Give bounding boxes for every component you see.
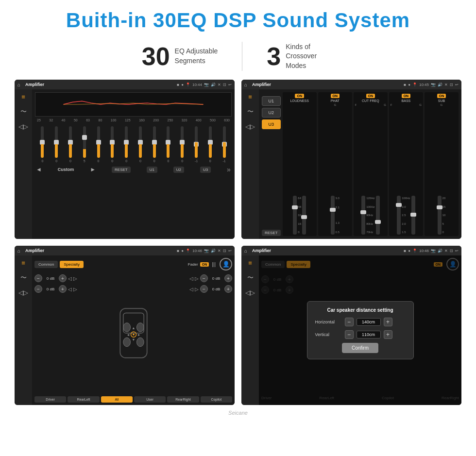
home-icon-4[interactable]: ⌂ <box>244 248 247 253</box>
sub-on-btn[interactable]: ON <box>437 94 446 98</box>
eq-track-12[interactable] <box>209 126 212 158</box>
u3-crossover[interactable]: U3 <box>262 119 281 129</box>
user-btn[interactable]: User <box>134 396 166 403</box>
eq-track-2[interactable] <box>69 126 72 158</box>
rearright-btn[interactable]: RearRight <box>167 396 199 403</box>
eq-track-1[interactable] <box>55 126 58 158</box>
eq-track-0[interactable] <box>41 126 44 158</box>
user-icon-3[interactable]: 👤 <box>220 258 232 270</box>
back-icon-1[interactable]: ↩ <box>228 83 232 87</box>
eq-track-7[interactable] <box>139 126 142 158</box>
vertical-plus[interactable]: + <box>384 330 392 339</box>
wave-icon-2[interactable]: 〜 <box>247 107 254 116</box>
confirm-button[interactable]: Confirm <box>342 343 378 353</box>
cutfreq-on-btn[interactable]: ON <box>366 94 375 98</box>
vertical-minus[interactable]: − <box>345 330 354 339</box>
eq-icon-4[interactable]: ≡ <box>248 259 252 267</box>
next-btn[interactable]: ► <box>90 166 96 173</box>
phat-on-btn[interactable]: ON <box>331 94 340 98</box>
bass-thumb-2[interactable] <box>410 213 416 217</box>
rr-plus[interactable]: + <box>224 285 232 293</box>
loudness-slider-2[interactable] <box>302 196 306 235</box>
bass-thumb-1[interactable] <box>396 203 402 207</box>
eq-track-8[interactable] <box>153 126 156 158</box>
volume-icon-2: 🔊 <box>438 83 442 87</box>
home-icon-1[interactable]: ⌂ <box>17 82 20 87</box>
eq-lbl-13: 500 <box>210 118 216 122</box>
home-icon-3[interactable]: ⌂ <box>17 248 20 253</box>
speaker-icon-1[interactable]: ◁▷ <box>18 123 28 130</box>
horizontal-minus[interactable]: − <box>345 318 354 326</box>
wave-icon-4[interactable]: 〜 <box>247 273 254 282</box>
eq-track-10[interactable] <box>181 126 184 158</box>
loudness-thumb-1[interactable] <box>292 205 298 209</box>
rl-minus[interactable]: − <box>34 285 42 293</box>
horizontal-value: 140cm <box>357 318 381 326</box>
topbar-icons-2: ■ ● 📍 10:45 📷 🔊 ✕ ⊡ ↩ <box>404 83 459 87</box>
loudness-on-btn[interactable]: ON <box>295 94 304 98</box>
u1-crossover[interactable]: U1 <box>262 96 281 106</box>
back-icon-3[interactable]: ↩ <box>228 249 232 253</box>
eq-thumb-3[interactable] <box>82 135 87 140</box>
reset-crossover[interactable]: RESET <box>262 230 281 236</box>
eq-track-6[interactable] <box>125 126 128 158</box>
back-icon-2[interactable]: ↩ <box>455 83 459 87</box>
fl-plus[interactable]: + <box>59 274 67 282</box>
eq-track-11[interactable] <box>195 126 198 158</box>
fr-minus[interactable]: − <box>200 274 208 282</box>
eq-icon-2[interactable]: ≡ <box>248 93 252 101</box>
svg-text:▲: ▲ <box>132 325 135 330</box>
reset-btn[interactable]: RESET <box>112 167 131 173</box>
speaker-icon-4[interactable]: ◁▷ <box>245 289 255 296</box>
cutfreq-thumb-1[interactable] <box>360 210 366 214</box>
fr-plus[interactable]: + <box>224 274 232 282</box>
screen-content-2: ≡ 〜 ◁▷ U1 U2 U3 RESET <box>241 89 461 239</box>
topbar-4: ⌂ Amplifier ■ ● 📍 10:46 📷 🔊 ✕ ⊡ ↩ <box>241 246 461 255</box>
speaker-icon-3[interactable]: ◁▷ <box>18 289 28 296</box>
home-icon-2[interactable]: ⌂ <box>244 82 247 87</box>
u1-btn[interactable]: U1 <box>147 167 157 173</box>
sub-slider[interactable] <box>438 196 442 235</box>
cutfreq-thumb-2[interactable] <box>375 220 381 224</box>
rl-plus[interactable]: + <box>59 285 67 293</box>
driver-btn[interactable]: Driver <box>34 396 66 403</box>
bass-on-btn[interactable]: ON <box>402 94 411 98</box>
cutfreq-slider-1[interactable] <box>361 196 365 235</box>
fl-minus[interactable]: − <box>34 274 42 282</box>
wave-icon-3[interactable]: 〜 <box>20 273 27 282</box>
scroll-right[interactable]: » <box>227 166 231 173</box>
eq-track-5[interactable] <box>111 126 114 158</box>
back-icon-4[interactable]: ↩ <box>455 249 459 253</box>
eq-track-13[interactable] <box>223 126 226 158</box>
topbar-title-2: Amplifier <box>252 82 401 87</box>
phat-thumb[interactable] <box>330 208 336 212</box>
pin-icon-1: 📍 <box>186 83 190 87</box>
eq-track-3[interactable] <box>83 126 86 158</box>
u2-crossover[interactable]: U2 <box>262 108 281 118</box>
rearleft-btn[interactable]: RearLeft <box>68 396 99 403</box>
specialty-tab-3[interactable]: Specialty <box>60 261 83 268</box>
loudness-thumb-2[interactable] <box>301 215 307 219</box>
speaker-bottom-btns: Driver RearLeft All User RearRight Copil… <box>34 396 232 403</box>
sub-thumb[interactable] <box>437 205 442 209</box>
eq-icon-1[interactable]: ≡ <box>21 93 25 101</box>
fader-on-3[interactable]: ON <box>200 262 209 267</box>
all-btn[interactable]: All <box>101 396 133 403</box>
cutfreq-slider-2[interactable] <box>376 196 380 235</box>
phat-slider[interactable] <box>331 196 335 235</box>
rr-minus[interactable]: − <box>200 285 208 293</box>
loudness-slider-1[interactable] <box>293 196 297 235</box>
copilot-btn[interactable]: Copilot <box>201 396 232 403</box>
u2-btn[interactable]: U2 <box>173 167 184 173</box>
eq-icon-3[interactable]: ≡ <box>21 259 25 267</box>
common-tab-3[interactable]: Common <box>34 261 58 268</box>
horizontal-plus[interactable]: + <box>384 318 392 326</box>
wave-icon-1[interactable]: 〜 <box>20 107 27 116</box>
bass-slider-2[interactable] <box>411 196 415 235</box>
eq-track-9[interactable] <box>167 126 170 158</box>
u3-btn[interactable]: U3 <box>200 167 211 173</box>
eq-track-4[interactable] <box>97 126 100 158</box>
prev-btn[interactable]: ◄ <box>36 166 42 173</box>
bass-slider-1[interactable] <box>397 196 401 235</box>
speaker-icon-2[interactable]: ◁▷ <box>245 123 255 130</box>
